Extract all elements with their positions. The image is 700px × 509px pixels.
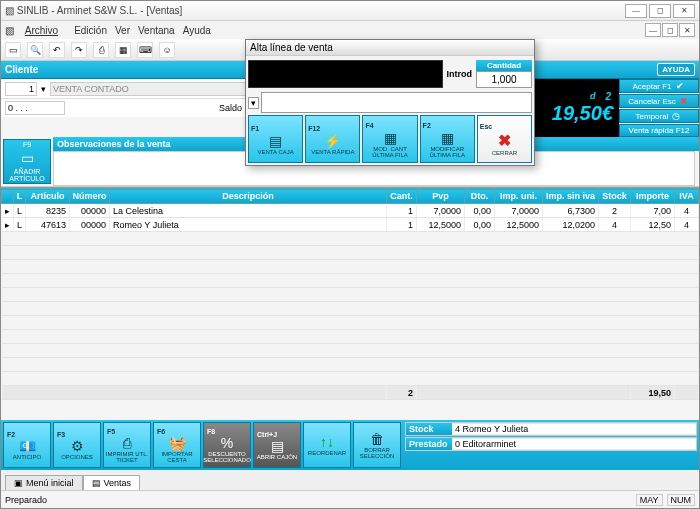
col-articulo[interactable]: Artículo — [26, 189, 70, 204]
table-row[interactable]: ▸L4761300000Romeo Y Julieta 112,50000,00… — [2, 218, 699, 232]
child-close-button[interactable]: ✕ — [679, 23, 695, 37]
anticipo-button[interactable]: F2💶ANTICIPO — [3, 422, 51, 468]
menu-ayuda[interactable]: Ayuda — [183, 25, 211, 36]
child-minimize-button[interactable]: — — [645, 23, 661, 37]
table-row — [2, 260, 699, 274]
client-lookup-icon[interactable]: ▾ — [41, 84, 46, 94]
printer-icon: ⎙ — [123, 436, 131, 450]
table-row — [2, 232, 699, 246]
status-text: Preparado — [5, 495, 47, 505]
mod-cant-button[interactable]: F4▦MOD. CANT ÚLTIMA FILA — [362, 115, 417, 163]
caps-indicator: MAY — [636, 494, 663, 506]
tab-bar: ▣Menú inicial ▤Ventas — [1, 470, 699, 490]
search-input[interactable] — [5, 101, 65, 115]
barcode-input[interactable] — [261, 92, 532, 113]
window-title: SINLIB - Arminet S&W S.L. - [Ventas] — [17, 5, 183, 16]
close-icon: ✖ — [498, 131, 511, 150]
child-restore-button[interactable]: ◻ — [662, 23, 678, 37]
menu-edicion[interactable]: Edición — [74, 25, 107, 36]
stock-info: Stock 4 Romeo Y Julieta — [405, 422, 697, 436]
sort-icon: ↑↓ — [320, 435, 334, 449]
grid-icon: ▦ — [384, 130, 397, 146]
venta-rapida-button[interactable]: Venta rápida F12 — [619, 124, 699, 137]
modificar-fila-button[interactable]: F2▦MODIFICAR ÚLTIMA FILA — [420, 115, 475, 163]
app-icon: ▧ — [5, 5, 14, 16]
table-row — [2, 344, 699, 358]
total-cant: 2 — [387, 386, 417, 400]
add-article-button[interactable]: F9 ▭ AÑADIR ARTÍCULO — [3, 139, 51, 184]
col-stock[interactable]: Stock — [599, 189, 631, 204]
check-icon: ✔ — [674, 80, 686, 92]
table-row[interactable]: ▸L823500000La Celestina 17,00000,007,000… — [2, 204, 699, 218]
menu-ventana[interactable]: Ventana — [138, 25, 175, 36]
venta-rapida-dialog-button[interactable]: F12⚡VENTA RÁPIDA — [305, 115, 360, 163]
tool-key[interactable]: ⌨ — [137, 42, 153, 58]
tool-new[interactable]: ▭ — [5, 42, 21, 58]
table-row — [2, 330, 699, 344]
cantidad-label: Cantidad — [476, 60, 532, 71]
cantidad-input[interactable] — [476, 71, 532, 88]
table-row — [2, 316, 699, 330]
col-importe[interactable]: Importe — [631, 189, 675, 204]
fast-icon: ⚡ — [324, 133, 341, 149]
borrar-seleccion-button[interactable]: 🗑BORRAR SELECCIÓN — [353, 422, 401, 468]
table-row — [2, 358, 699, 372]
col-impsiniva[interactable]: Imp. sin iva — [543, 189, 599, 204]
col-cant[interactable]: Cant. — [387, 189, 417, 204]
tab-menu-inicial[interactable]: ▣Menú inicial — [5, 475, 83, 490]
bottom-toolbar: F2💶ANTICIPO F3⚙OPCIONES F5⎙IMPRIMIR UTL.… — [1, 420, 699, 470]
abrir-cajon-button[interactable]: Ctrl+J▤ABRIR CAJÓN — [253, 422, 301, 468]
col-impuni[interactable]: Imp. uni. — [495, 189, 543, 204]
col-pvp[interactable]: Pvp — [417, 189, 465, 204]
app-icon-small: ▧ — [5, 25, 14, 36]
tool-calc[interactable]: ▦ — [115, 42, 131, 58]
close-button[interactable]: ✕ — [673, 4, 695, 18]
trash-icon: 🗑 — [370, 432, 384, 446]
col-descripcion[interactable]: Descripción — [110, 189, 387, 204]
tool-undo[interactable]: ↶ — [49, 42, 65, 58]
aceptar-button[interactable]: Aceptar F1✔ — [619, 79, 699, 93]
money-icon: 💶 — [19, 439, 36, 453]
tool-search[interactable]: 🔍 — [27, 42, 43, 58]
percent-icon: % — [221, 436, 233, 450]
dialog-title: Alta línea de venta — [246, 40, 534, 56]
temporal-button[interactable]: Temporal◷ — [619, 109, 699, 123]
minimize-button[interactable]: — — [625, 4, 647, 18]
menu-ver[interactable]: Ver — [115, 25, 130, 36]
register-icon: ▤ — [269, 133, 282, 149]
status-bar: Preparado MAY NUM — [1, 490, 699, 508]
basket-icon: 🧺 — [169, 436, 186, 450]
client-number-input[interactable] — [5, 82, 37, 96]
tool-print[interactable]: ⎙ — [93, 42, 109, 58]
table-row — [2, 246, 699, 260]
introd-label: Introd — [447, 69, 473, 79]
cancelar-button[interactable]: Cancelar Esc✖ — [619, 94, 699, 108]
table-row — [2, 302, 699, 316]
tool-redo[interactable]: ↷ — [71, 42, 87, 58]
table-row — [2, 288, 699, 302]
register-icon: ▤ — [271, 439, 284, 453]
col-dto[interactable]: Dto. — [465, 189, 495, 204]
barcode-dropdown-icon[interactable]: ▾ — [248, 97, 259, 109]
col-iva[interactable]: IVA — [675, 189, 699, 204]
table-row — [2, 274, 699, 288]
menu-archivo[interactable]: Archivo — [25, 25, 66, 36]
col-l[interactable]: L — [14, 189, 26, 204]
descuento-button[interactable]: F8%DESCUENTO SELECCIONADO — [203, 422, 251, 468]
col-numero[interactable]: Número — [70, 189, 110, 204]
book-icon: ▭ — [21, 150, 34, 166]
venta-caja-button[interactable]: F1▤VENTA CAJA — [248, 115, 303, 163]
cerrar-dialog-button[interactable]: Esc✖CERRAR — [477, 115, 532, 163]
client-label: Cliente — [5, 64, 38, 75]
home-icon: ▣ — [14, 478, 23, 488]
importar-cesta-button[interactable]: F6🧺IMPORTAR CESTA — [153, 422, 201, 468]
alta-linea-dialog: Alta línea de venta Introd Cantidad ▾ F1… — [245, 39, 535, 166]
reordenar-button[interactable]: ↑↓REORDENAR — [303, 422, 351, 468]
edit-icon: ▦ — [441, 130, 454, 146]
tool-user[interactable]: ☺ — [159, 42, 175, 58]
opciones-button[interactable]: F3⚙OPCIONES — [53, 422, 101, 468]
imprimir-ticket-button[interactable]: F5⎙IMPRIMIR UTL. TICKET — [103, 422, 151, 468]
maximize-button[interactable]: ◻ — [649, 4, 671, 18]
ayuda-button[interactable]: AYUDA — [657, 63, 695, 76]
tab-ventas[interactable]: ▤Ventas — [83, 475, 141, 490]
